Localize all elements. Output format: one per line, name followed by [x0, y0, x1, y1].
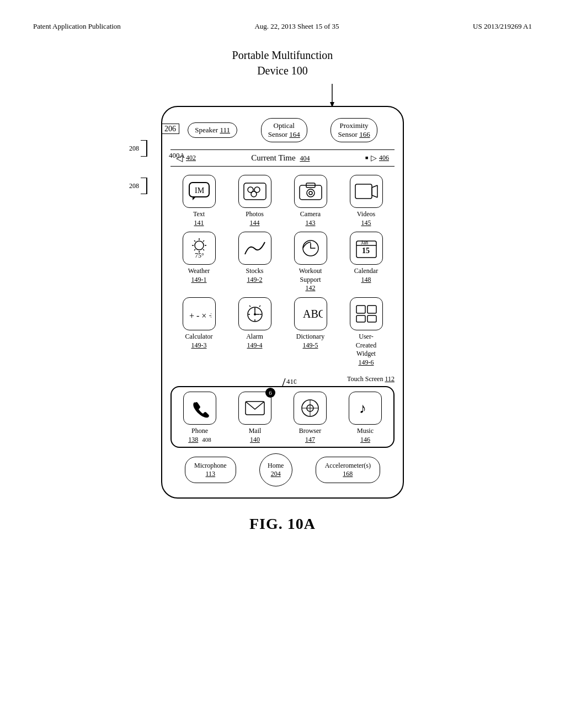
svg-point-12 [309, 191, 312, 195]
header-left: Patent Application Publication [33, 22, 121, 31]
side-labels-container2: 208 [129, 178, 147, 194]
svg-line-24 [203, 249, 204, 250]
microphone-button: Microphone 113 [185, 457, 236, 483]
workout-icon-svg [299, 238, 323, 259]
svg-text:♪: ♪ [359, 400, 366, 416]
side-labels-container: 208 [129, 140, 147, 157]
device-frame: 400A Speaker 111 OpticalSensor 164 Proxi… [161, 106, 404, 499]
app-label-camera: Camera 143 [300, 210, 321, 227]
app-icon-calculator: + - × ÷ [183, 297, 216, 330]
app-icon-photos [238, 175, 271, 208]
app-label-weather: Weather 149-1 [188, 267, 210, 284]
app-icon-dictionary: ABC [294, 297, 327, 330]
title-line1: Portable Multifunction [232, 49, 333, 61]
svg-line-40 [249, 306, 250, 307]
dock-label-phone: Phone 138 408 [188, 427, 211, 444]
proximity-sensor: ProximitySensor 166 [331, 118, 377, 142]
accelerometer-button: Accelerometer(s) 168 [316, 457, 380, 483]
microphone-ref: 113 [206, 470, 216, 478]
label-400a: 400A [169, 151, 185, 160]
svg-rect-44 [367, 306, 376, 313]
mail-icon-svg [244, 399, 265, 417]
app-icon-calendar: Jan 15 [350, 232, 383, 265]
microphone-label: Microphone [194, 462, 227, 470]
app-icon-weather: 75° [183, 232, 216, 265]
svg-point-18 [195, 241, 204, 250]
accelerometer-label: Accelerometer(s) [325, 462, 371, 470]
app-icon-alarm [238, 297, 271, 330]
music-icon-svg: ♪ [355, 398, 376, 419]
phone-icon-svg [190, 398, 210, 418]
dock-app-music[interactable]: ♪ Music 146 [340, 392, 391, 444]
home-label: Home [268, 462, 284, 470]
speaker-label: Speaker 111 [195, 126, 230, 134]
dict-icon-svg: ABC [299, 303, 323, 324]
status-right: ▪ ▷ 406 [365, 152, 389, 164]
battery-symbol: ▷ [371, 153, 377, 163]
app-im-text[interactable]: IM Text 141 [173, 175, 225, 227]
app-camera[interactable]: Camera 143 [285, 175, 336, 227]
current-time-label: Current Time [251, 153, 295, 162]
app-grid: IM Text 141 [170, 172, 395, 370]
dock-icon-mail: 6 [238, 392, 271, 425]
arrow-svg [327, 81, 360, 109]
app-calendar[interactable]: Jan 15 Calendar 148 [340, 232, 392, 293]
svg-text:410: 410 [286, 377, 296, 386]
device-outer: 206 208 208 [161, 106, 404, 499]
svg-text:Jan: Jan [361, 239, 368, 245]
dock-label-music: Music 146 [357, 427, 374, 444]
browser-icon-svg [300, 398, 321, 419]
accelerometer-ref: 168 [343, 470, 353, 478]
label-208-top: 208 [129, 144, 139, 153]
battery-icon: ▪ [365, 152, 369, 164]
app-icon-im: IM [183, 175, 216, 208]
app-label-alarm: Alarm 149-4 [246, 333, 263, 350]
app-label-photos: Photos 144 [246, 210, 264, 227]
app-icon-camera [294, 175, 327, 208]
home-button[interactable]: Home 204 [259, 453, 292, 486]
svg-point-11 [307, 189, 315, 197]
fig-caption: FIG. 10A [33, 515, 532, 533]
dock-label-browser: Browser 147 [299, 427, 322, 444]
dock-icon-browser [294, 392, 327, 425]
app-label-widget: User-CreatedWidget 149-6 [356, 333, 376, 367]
arrow-410: 410 [269, 377, 296, 388]
app-alarm[interactable]: Alarm 149-4 [229, 297, 280, 367]
title-line2: Device 100 [257, 65, 308, 77]
app-calculator[interactable]: + - × ÷ Calculator 149-3 [173, 297, 225, 367]
dock-app-browser[interactable]: Browser 147 [285, 392, 335, 444]
app-stocks[interactable]: Stocks 149-2 [229, 232, 280, 293]
app-workout[interactable]: WorkoutSupport 142 [285, 232, 336, 293]
calc-icon-svg: + - × ÷ [187, 303, 211, 324]
svg-line-41 [259, 306, 260, 307]
weather-icon-svg: 75° [187, 238, 211, 259]
label-208-bot: 208 [129, 182, 139, 190]
status-bar: ◁ 402 Current Time 404 ▪ ▷ 406 [170, 149, 395, 167]
app-videos[interactable]: Videos 145 [340, 175, 392, 227]
im-icon-svg: IM [188, 181, 210, 201]
sensor-row: Speaker 111 OpticalSensor 164 ProximityS… [170, 115, 395, 145]
svg-rect-46 [367, 315, 376, 322]
app-label-videos: Videos 145 [357, 210, 375, 227]
ref-404: 404 [300, 154, 310, 162]
app-dictionary[interactable]: ABC Dictionary 149-5 [285, 297, 336, 367]
app-weather[interactable]: 75° Weather 149-1 [173, 232, 225, 293]
svg-point-35 [254, 313, 256, 315]
app-widget[interactable]: User-CreatedWidget 149-6 [340, 297, 392, 367]
stocks-icon-svg [243, 238, 267, 259]
app-photos[interactable]: Photos 144 [229, 175, 280, 227]
optical-oval: OpticalSensor 164 [261, 118, 307, 142]
bottom-buttons: Microphone 113 Home 204 Accelerometer(s)… [170, 448, 395, 489]
touch-screen-text: Touch Screen 112 [347, 375, 395, 383]
dock-app-phone[interactable]: Phone 138 408 [174, 392, 225, 444]
app-label-calculator: Calculator 149-3 [185, 333, 213, 350]
dock-area: 410 Phone 138 408 [170, 386, 395, 447]
label-206-container: 206 [161, 124, 179, 133]
svg-line-15 [372, 195, 377, 197]
svg-line-14 [372, 185, 377, 188]
svg-line-23 [194, 240, 195, 242]
app-icon-widget [350, 297, 383, 330]
svg-point-8 [251, 191, 257, 197]
widget-icon-svg [354, 303, 379, 324]
dock-app-mail[interactable]: 6 Mail 140 [230, 392, 280, 444]
